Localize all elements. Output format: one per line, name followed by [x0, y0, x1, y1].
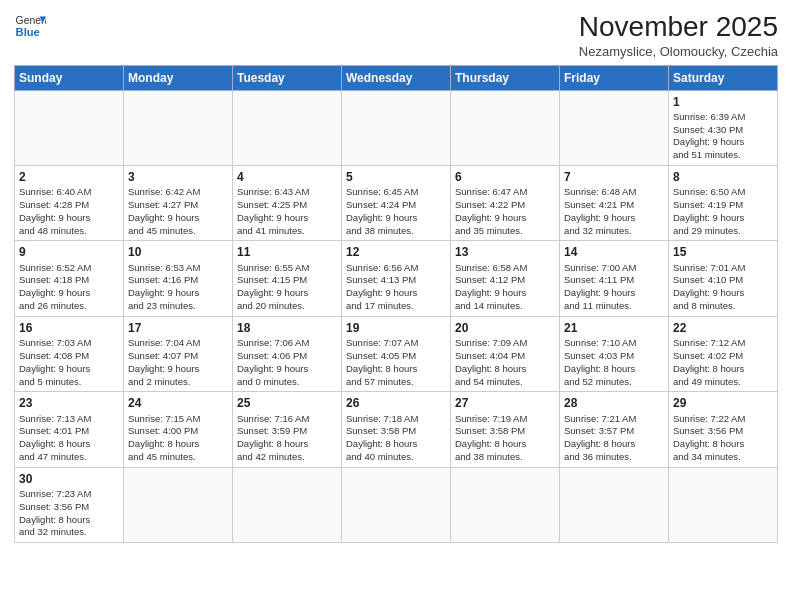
calendar-cell: 16Sunrise: 7:03 AM Sunset: 4:08 PM Dayli… — [15, 316, 124, 391]
day-info: Sunrise: 7:04 AM Sunset: 4:07 PM Dayligh… — [128, 337, 200, 386]
calendar-cell: 17Sunrise: 7:04 AM Sunset: 4:07 PM Dayli… — [124, 316, 233, 391]
day-info: Sunrise: 7:07 AM Sunset: 4:05 PM Dayligh… — [346, 337, 418, 386]
calendar-cell: 13Sunrise: 6:58 AM Sunset: 4:12 PM Dayli… — [451, 241, 560, 316]
calendar-cell: 11Sunrise: 6:55 AM Sunset: 4:15 PM Dayli… — [233, 241, 342, 316]
day-number: 25 — [237, 395, 337, 411]
calendar-cell — [233, 90, 342, 165]
weekday-header-thursday: Thursday — [451, 65, 560, 90]
calendar-cell: 26Sunrise: 7:18 AM Sunset: 3:58 PM Dayli… — [342, 392, 451, 467]
cell-content: 23Sunrise: 7:13 AM Sunset: 4:01 PM Dayli… — [19, 395, 119, 463]
day-info: Sunrise: 6:53 AM Sunset: 4:16 PM Dayligh… — [128, 262, 200, 311]
calendar-cell — [560, 467, 669, 542]
weekday-header-friday: Friday — [560, 65, 669, 90]
day-info: Sunrise: 6:39 AM Sunset: 4:30 PM Dayligh… — [673, 111, 745, 160]
cell-content: 6Sunrise: 6:47 AM Sunset: 4:22 PM Daylig… — [455, 169, 555, 237]
day-info: Sunrise: 7:19 AM Sunset: 3:58 PM Dayligh… — [455, 413, 527, 462]
day-info: Sunrise: 7:03 AM Sunset: 4:08 PM Dayligh… — [19, 337, 91, 386]
calendar-cell: 4Sunrise: 6:43 AM Sunset: 4:25 PM Daylig… — [233, 166, 342, 241]
calendar-cell: 7Sunrise: 6:48 AM Sunset: 4:21 PM Daylig… — [560, 166, 669, 241]
cell-content: 24Sunrise: 7:15 AM Sunset: 4:00 PM Dayli… — [128, 395, 228, 463]
day-info: Sunrise: 6:45 AM Sunset: 4:24 PM Dayligh… — [346, 186, 418, 235]
day-number: 11 — [237, 244, 337, 260]
calendar-cell: 22Sunrise: 7:12 AM Sunset: 4:02 PM Dayli… — [669, 316, 778, 391]
day-number: 7 — [564, 169, 664, 185]
calendar-cell: 25Sunrise: 7:16 AM Sunset: 3:59 PM Dayli… — [233, 392, 342, 467]
calendar-subtitle: Nezamyslice, Olomoucky, Czechia — [579, 44, 778, 59]
calendar-week-row: 30Sunrise: 7:23 AM Sunset: 3:56 PM Dayli… — [15, 467, 778, 542]
calendar-cell — [451, 467, 560, 542]
day-info: Sunrise: 6:47 AM Sunset: 4:22 PM Dayligh… — [455, 186, 527, 235]
day-info: Sunrise: 6:58 AM Sunset: 4:12 PM Dayligh… — [455, 262, 527, 311]
cell-content: 12Sunrise: 6:56 AM Sunset: 4:13 PM Dayli… — [346, 244, 446, 312]
day-info: Sunrise: 7:23 AM Sunset: 3:56 PM Dayligh… — [19, 488, 91, 537]
calendar-cell: 15Sunrise: 7:01 AM Sunset: 4:10 PM Dayli… — [669, 241, 778, 316]
calendar-cell: 27Sunrise: 7:19 AM Sunset: 3:58 PM Dayli… — [451, 392, 560, 467]
calendar-week-row: 2Sunrise: 6:40 AM Sunset: 4:28 PM Daylig… — [15, 166, 778, 241]
day-number: 17 — [128, 320, 228, 336]
calendar-header: SundayMondayTuesdayWednesdayThursdayFrid… — [15, 65, 778, 90]
day-info: Sunrise: 7:10 AM Sunset: 4:03 PM Dayligh… — [564, 337, 636, 386]
cell-content: 21Sunrise: 7:10 AM Sunset: 4:03 PM Dayli… — [564, 320, 664, 388]
day-info: Sunrise: 7:00 AM Sunset: 4:11 PM Dayligh… — [564, 262, 636, 311]
cell-content: 14Sunrise: 7:00 AM Sunset: 4:11 PM Dayli… — [564, 244, 664, 312]
cell-content: 20Sunrise: 7:09 AM Sunset: 4:04 PM Dayli… — [455, 320, 555, 388]
page: General Blue November 2025 Nezamyslice, … — [0, 0, 792, 612]
cell-content: 29Sunrise: 7:22 AM Sunset: 3:56 PM Dayli… — [673, 395, 773, 463]
day-number: 23 — [19, 395, 119, 411]
day-number: 18 — [237, 320, 337, 336]
day-info: Sunrise: 6:40 AM Sunset: 4:28 PM Dayligh… — [19, 186, 91, 235]
calendar-cell: 14Sunrise: 7:00 AM Sunset: 4:11 PM Dayli… — [560, 241, 669, 316]
title-block: November 2025 Nezamyslice, Olomoucky, Cz… — [579, 10, 778, 59]
day-number: 13 — [455, 244, 555, 260]
day-number: 5 — [346, 169, 446, 185]
cell-content: 27Sunrise: 7:19 AM Sunset: 3:58 PM Dayli… — [455, 395, 555, 463]
day-info: Sunrise: 7:06 AM Sunset: 4:06 PM Dayligh… — [237, 337, 309, 386]
day-number: 15 — [673, 244, 773, 260]
calendar-cell: 5Sunrise: 6:45 AM Sunset: 4:24 PM Daylig… — [342, 166, 451, 241]
calendar-cell: 21Sunrise: 7:10 AM Sunset: 4:03 PM Dayli… — [560, 316, 669, 391]
calendar-cell — [15, 90, 124, 165]
weekday-header-row: SundayMondayTuesdayWednesdayThursdayFrid… — [15, 65, 778, 90]
calendar-cell: 18Sunrise: 7:06 AM Sunset: 4:06 PM Dayli… — [233, 316, 342, 391]
calendar-cell: 29Sunrise: 7:22 AM Sunset: 3:56 PM Dayli… — [669, 392, 778, 467]
svg-text:Blue: Blue — [16, 26, 40, 38]
day-number: 26 — [346, 395, 446, 411]
day-number: 19 — [346, 320, 446, 336]
day-number: 6 — [455, 169, 555, 185]
day-number: 8 — [673, 169, 773, 185]
day-number: 28 — [564, 395, 664, 411]
weekday-header-saturday: Saturday — [669, 65, 778, 90]
cell-content: 17Sunrise: 7:04 AM Sunset: 4:07 PM Dayli… — [128, 320, 228, 388]
day-number: 24 — [128, 395, 228, 411]
calendar-week-row: 16Sunrise: 7:03 AM Sunset: 4:08 PM Dayli… — [15, 316, 778, 391]
cell-content: 16Sunrise: 7:03 AM Sunset: 4:08 PM Dayli… — [19, 320, 119, 388]
weekday-header-tuesday: Tuesday — [233, 65, 342, 90]
cell-content: 7Sunrise: 6:48 AM Sunset: 4:21 PM Daylig… — [564, 169, 664, 237]
cell-content: 19Sunrise: 7:07 AM Sunset: 4:05 PM Dayli… — [346, 320, 446, 388]
cell-content: 13Sunrise: 6:58 AM Sunset: 4:12 PM Dayli… — [455, 244, 555, 312]
day-number: 21 — [564, 320, 664, 336]
day-number: 22 — [673, 320, 773, 336]
calendar-cell: 9Sunrise: 6:52 AM Sunset: 4:18 PM Daylig… — [15, 241, 124, 316]
weekday-header-wednesday: Wednesday — [342, 65, 451, 90]
calendar-cell: 30Sunrise: 7:23 AM Sunset: 3:56 PM Dayli… — [15, 467, 124, 542]
cell-content: 8Sunrise: 6:50 AM Sunset: 4:19 PM Daylig… — [673, 169, 773, 237]
calendar-cell: 12Sunrise: 6:56 AM Sunset: 4:13 PM Dayli… — [342, 241, 451, 316]
calendar-cell: 24Sunrise: 7:15 AM Sunset: 4:00 PM Dayli… — [124, 392, 233, 467]
day-number: 3 — [128, 169, 228, 185]
day-info: Sunrise: 7:13 AM Sunset: 4:01 PM Dayligh… — [19, 413, 91, 462]
day-info: Sunrise: 7:09 AM Sunset: 4:04 PM Dayligh… — [455, 337, 527, 386]
day-number: 10 — [128, 244, 228, 260]
day-number: 16 — [19, 320, 119, 336]
logo: General Blue — [14, 10, 46, 42]
cell-content: 22Sunrise: 7:12 AM Sunset: 4:02 PM Dayli… — [673, 320, 773, 388]
day-info: Sunrise: 6:55 AM Sunset: 4:15 PM Dayligh… — [237, 262, 309, 311]
cell-content: 2Sunrise: 6:40 AM Sunset: 4:28 PM Daylig… — [19, 169, 119, 237]
day-number: 14 — [564, 244, 664, 260]
day-info: Sunrise: 6:48 AM Sunset: 4:21 PM Dayligh… — [564, 186, 636, 235]
day-number: 12 — [346, 244, 446, 260]
day-info: Sunrise: 7:01 AM Sunset: 4:10 PM Dayligh… — [673, 262, 745, 311]
calendar-cell — [124, 467, 233, 542]
day-number: 20 — [455, 320, 555, 336]
cell-content: 15Sunrise: 7:01 AM Sunset: 4:10 PM Dayli… — [673, 244, 773, 312]
